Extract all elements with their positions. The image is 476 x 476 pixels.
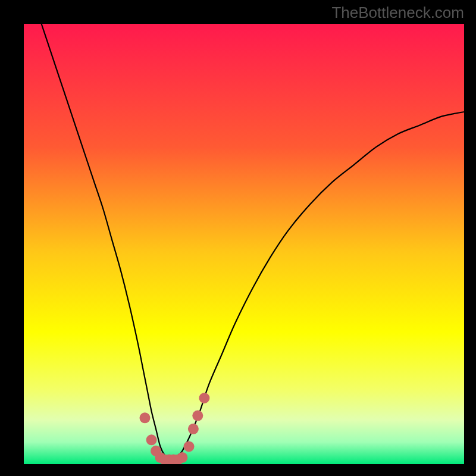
chart-frame: TheBottleneck.com: [0, 0, 476, 476]
marker-dot: [146, 434, 157, 445]
marker-dot: [192, 411, 203, 421]
watermark-text: TheBottleneck.com: [331, 4, 464, 22]
marker-dot: [199, 393, 209, 403]
marker-dot: [188, 424, 199, 434]
marker-dot: [140, 412, 151, 423]
plot-area: [24, 24, 464, 464]
chart-svg: [24, 24, 464, 464]
gradient-background: [24, 24, 464, 464]
marker-dot: [177, 452, 187, 463]
marker-dot: [184, 441, 195, 452]
